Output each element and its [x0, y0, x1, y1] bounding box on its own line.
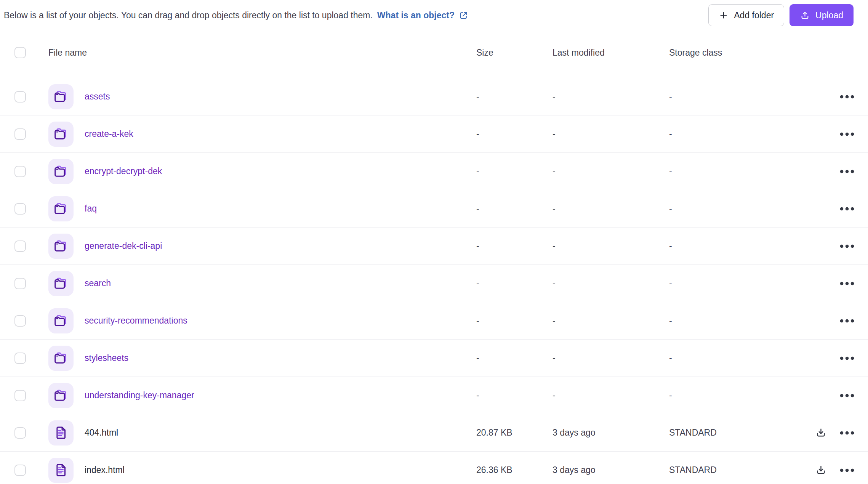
upload-icon	[800, 10, 810, 21]
storage-class-cell: STANDARD	[669, 465, 804, 475]
select-all-checkbox[interactable]	[14, 47, 26, 58]
size-cell: -	[476, 241, 553, 251]
ellipsis-icon	[840, 394, 854, 397]
table-row: understanding-key-manager - - -	[0, 377, 868, 414]
row-checkbox[interactable]	[14, 166, 26, 177]
object-name-link[interactable]: generate-dek-cli-api	[85, 241, 162, 251]
object-name-link[interactable]: encrypt-decrypt-dek	[85, 166, 162, 176]
row-icon-box	[48, 420, 74, 446]
what-is-an-object-link[interactable]: What is an object?	[377, 10, 455, 21]
add-folder-label: Add folder	[734, 10, 774, 21]
row-menu-button[interactable]	[840, 431, 854, 435]
row-menu-button[interactable]	[840, 319, 854, 323]
row-menu-button[interactable]	[840, 244, 854, 248]
object-name-link[interactable]: faq	[85, 204, 97, 214]
last-modified-cell: -	[553, 353, 669, 363]
last-modified-cell: -	[553, 390, 669, 401]
column-header-file-name: File name	[48, 48, 476, 58]
row-menu-button[interactable]	[840, 95, 854, 99]
row-menu-button[interactable]	[840, 207, 854, 211]
folder-icon	[53, 313, 69, 329]
row-checkbox[interactable]	[14, 315, 26, 327]
row-checkbox[interactable]	[14, 278, 26, 289]
row-checkbox[interactable]	[14, 128, 26, 140]
row-checkbox[interactable]	[14, 390, 26, 401]
row-menu-button[interactable]	[840, 282, 854, 285]
size-cell: -	[476, 129, 553, 139]
ellipsis-icon	[840, 244, 854, 248]
object-name-link[interactable]: search	[85, 278, 111, 288]
ellipsis-icon	[840, 282, 854, 285]
row-checkbox[interactable]	[14, 240, 26, 252]
ellipsis-icon	[840, 170, 854, 173]
ellipsis-icon	[840, 468, 854, 472]
row-icon-box	[48, 383, 74, 408]
table-row: create-a-kek - - -	[0, 115, 868, 153]
folder-icon	[53, 163, 69, 179]
table-row: faq - - -	[0, 190, 868, 228]
object-name-link[interactable]: understanding-key-manager	[85, 390, 194, 401]
row-icon-box	[48, 122, 74, 147]
ellipsis-icon	[840, 319, 854, 323]
table-row: search - - -	[0, 265, 868, 302]
folder-icon	[53, 238, 69, 254]
size-cell: 20.87 KB	[476, 428, 553, 438]
table-row: assets - - -	[0, 78, 868, 115]
table-row: 404.html 20.87 KB 3 days ago STANDARD	[0, 414, 868, 452]
storage-class-cell: -	[669, 278, 804, 288]
row-icon-box	[48, 458, 74, 483]
row-checkbox[interactable]	[14, 465, 26, 476]
row-menu-button[interactable]	[840, 132, 854, 136]
column-header-size: Size	[476, 48, 553, 58]
row-checkbox[interactable]	[14, 353, 26, 364]
row-menu-button[interactable]	[840, 394, 854, 397]
column-header-last-modified: Last modified	[553, 48, 669, 58]
last-modified-cell: 3 days ago	[553, 428, 669, 438]
row-icon-box	[48, 271, 74, 296]
last-modified-cell: -	[553, 241, 669, 251]
row-menu-button[interactable]	[840, 468, 854, 472]
table-row: index.html 26.36 KB 3 days ago STANDARD	[0, 452, 868, 484]
row-checkbox[interactable]	[14, 427, 26, 439]
description-text: Below is a list of your objects. You can…	[4, 10, 373, 21]
ellipsis-icon	[840, 431, 854, 435]
storage-class-cell: -	[669, 241, 804, 251]
last-modified-cell: -	[553, 166, 669, 176]
object-name-link[interactable]: assets	[85, 91, 110, 102]
upload-button[interactable]: Upload	[790, 4, 854, 26]
file-icon	[53, 462, 69, 478]
size-cell: -	[476, 278, 553, 288]
add-folder-button[interactable]: Add folder	[708, 4, 784, 26]
object-name-link[interactable]: stylesheets	[85, 353, 128, 363]
row-menu-button[interactable]	[840, 356, 854, 360]
topbar: Below is a list of your objects. You can…	[0, 0, 868, 27]
row-checkbox[interactable]	[14, 203, 26, 215]
last-modified-cell: -	[553, 204, 669, 214]
row-checkbox[interactable]	[14, 91, 26, 103]
row-menu-button[interactable]	[840, 170, 854, 173]
size-cell: -	[476, 204, 553, 214]
last-modified-cell: 3 days ago	[553, 465, 669, 475]
storage-class-cell: -	[669, 91, 804, 102]
table-row: generate-dek-cli-api - - -	[0, 228, 868, 265]
storage-class-cell: -	[669, 353, 804, 363]
last-modified-cell: -	[553, 316, 669, 326]
folder-icon	[53, 89, 69, 105]
download-button[interactable]	[815, 464, 827, 476]
external-link-icon[interactable]	[458, 10, 469, 21]
column-header-storage-class: Storage class	[669, 48, 804, 58]
plus-icon	[719, 10, 729, 20]
row-icon-box	[48, 196, 74, 221]
table-row: stylesheets - - -	[0, 340, 868, 377]
download-button[interactable]	[815, 427, 827, 439]
object-name-link[interactable]: create-a-kek	[85, 129, 133, 139]
object-name-link[interactable]: index.html	[85, 465, 125, 475]
table-body: assets - - -	[0, 78, 868, 484]
object-name-link[interactable]: 404.html	[85, 428, 118, 438]
row-icon-box	[48, 234, 74, 259]
folder-icon	[53, 388, 69, 404]
page-description: Below is a list of your objects. You can…	[4, 10, 469, 21]
ellipsis-icon	[840, 132, 854, 136]
last-modified-cell: -	[553, 129, 669, 139]
object-name-link[interactable]: security-recommendations	[85, 316, 187, 326]
